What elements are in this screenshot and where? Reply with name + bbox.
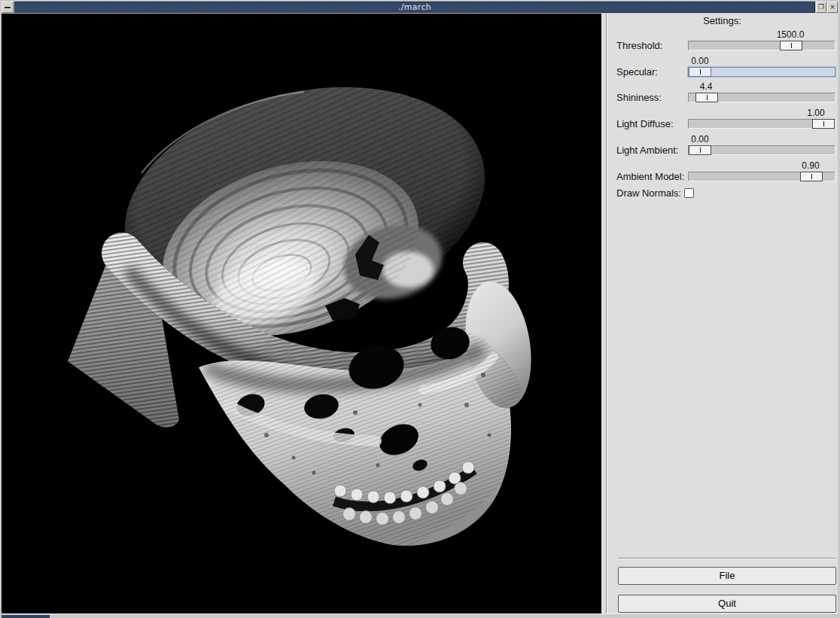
close-icon: × — [829, 4, 835, 11]
settings-heading: Settings: — [607, 15, 838, 26]
window-title[interactable]: ./march — [14, 2, 815, 13]
window-bottom-border — [2, 613, 838, 618]
slider-thumb[interactable] — [800, 172, 823, 181]
specular-value: 0.00 — [679, 56, 721, 66]
panel-separator — [618, 558, 836, 559]
light-diffuse-label: Light Diffuse: — [616, 118, 674, 129]
light-diffuse-slider[interactable] — [688, 119, 835, 129]
window-menu-icon — [5, 7, 11, 8]
settings-panel: Settings: Threshold: 1500.0 Specular: 0.… — [606, 14, 838, 613]
specular-label: Specular: — [616, 66, 658, 78]
border-corner-accent — [2, 615, 50, 618]
ambient-model-value: 0.90 — [790, 160, 832, 171]
threshold-value: 1500.0 — [769, 29, 811, 40]
ambient-model-label: Ambient Model: — [616, 171, 684, 182]
app-window: ./march ❐ × — [0, 0, 840, 618]
light-ambient-value: 0.00 — [679, 134, 721, 145]
skull-render — [2, 14, 601, 613]
file-button[interactable]: File — [618, 567, 836, 585]
shininess-value: 4.4 — [685, 81, 727, 92]
light-ambient-slider[interactable] — [688, 145, 835, 155]
specular-slider[interactable] — [688, 67, 835, 77]
slider-thumb[interactable] — [780, 41, 802, 50]
light-ambient-label: Light Ambient: — [616, 145, 678, 156]
restore-icon: ❐ — [818, 4, 824, 11]
close-button[interactable]: × — [827, 2, 838, 13]
threshold-label: Threshold: — [616, 40, 662, 51]
render-viewport[interactable] — [2, 14, 601, 613]
window-content: Settings: Threshold: 1500.0 Specular: 0.… — [2, 14, 838, 613]
title-bar: ./march ❐ × — [2, 2, 838, 13]
ambient-model-slider[interactable] — [688, 172, 835, 181]
shininess-label: Shininess: — [616, 92, 662, 103]
slider-thumb[interactable] — [695, 93, 718, 102]
light-diffuse-value: 1.00 — [795, 108, 837, 118]
draw-normals-label: Draw Normals: — [616, 187, 681, 199]
shininess-slider[interactable] — [688, 93, 835, 102]
slider-thumb[interactable] — [689, 145, 711, 155]
restore-button[interactable]: ❐ — [816, 2, 826, 13]
window-menu-button[interactable] — [2, 2, 14, 13]
quit-button[interactable]: Quit — [618, 595, 836, 613]
slider-thumb[interactable] — [812, 119, 835, 129]
threshold-slider[interactable] — [688, 41, 835, 50]
draw-normals-checkbox[interactable] — [684, 188, 694, 198]
slider-thumb[interactable] — [689, 67, 711, 77]
